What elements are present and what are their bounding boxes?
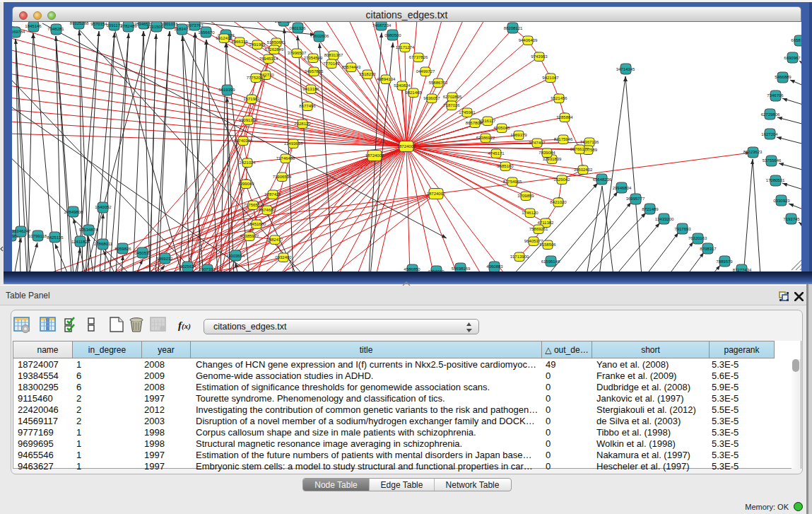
svg-text:88208121: 88208121 — [504, 26, 523, 30]
svg-text:82175946: 82175946 — [554, 137, 573, 141]
svg-text:60385977: 60385977 — [240, 234, 259, 238]
svg-text:1656670: 1656670 — [198, 30, 215, 35]
svg-text:53755646: 53755646 — [763, 158, 782, 163]
svg-text:3529042: 3529042 — [553, 177, 570, 182]
svg-text:3619399: 3619399 — [218, 88, 235, 92]
svg-text:9421047: 9421047 — [542, 76, 559, 80]
svg-text:7048281: 7048281 — [47, 27, 64, 31]
svg-text:1491905: 1491905 — [249, 42, 266, 47]
svg-text:55698169: 55698169 — [452, 267, 471, 271]
svg-text:43303654: 43303654 — [226, 254, 245, 258]
svg-text:74687234: 74687234 — [372, 23, 392, 28]
svg-text:9912419: 9912419 — [216, 36, 233, 40]
svg-text:1746120: 1746120 — [522, 211, 539, 215]
svg-text:37996507: 37996507 — [288, 51, 307, 55]
svg-text:71756551: 71756551 — [244, 203, 263, 207]
svg-text:7187026: 7187026 — [443, 103, 460, 107]
svg-text:1627204: 1627204 — [761, 132, 778, 136]
svg-text:93534874: 93534874 — [79, 228, 98, 232]
svg-text:5466889: 5466889 — [775, 75, 792, 79]
svg-text:26247317: 26247317 — [275, 22, 294, 23]
svg-text:76945314: 76945314 — [259, 57, 278, 61]
svg-text:9636057: 9636057 — [423, 96, 440, 100]
svg-text:18724007: 18724007 — [427, 192, 446, 196]
svg-text:4711382: 4711382 — [538, 221, 555, 225]
svg-text:57262849: 57262849 — [265, 47, 284, 52]
svg-text:5240824: 5240824 — [394, 83, 411, 88]
svg-text:1845146: 1845146 — [25, 24, 42, 28]
svg-text:8421020: 8421020 — [550, 200, 567, 204]
svg-text:8425135: 8425135 — [47, 235, 64, 240]
svg-text:3709859: 3709859 — [517, 194, 534, 198]
svg-text:9821465: 9821465 — [405, 90, 422, 95]
svg-text:99091334: 99091334 — [239, 118, 258, 122]
svg-text:f(x): f(x) — [178, 320, 191, 331]
svg-text:17080531: 17080531 — [766, 178, 785, 182]
svg-text:89325288: 89325288 — [70, 22, 89, 25]
svg-text:1969379: 1969379 — [510, 133, 527, 137]
svg-text:0450533: 0450533 — [134, 251, 151, 255]
svg-text:9413186: 9413186 — [302, 87, 319, 91]
svg-text:7839084: 7839084 — [539, 151, 555, 155]
svg-text:7193745: 7193745 — [783, 217, 800, 221]
svg-text:6658760: 6658760 — [791, 38, 801, 42]
svg-text:7770143: 7770143 — [323, 62, 340, 66]
svg-text:3482477: 3482477 — [266, 238, 283, 242]
svg-text:0801326: 0801326 — [289, 26, 306, 30]
svg-text:13171274: 13171274 — [396, 45, 415, 49]
svg-text:29946804: 29946804 — [613, 186, 632, 190]
svg-text:94406409: 94406409 — [519, 38, 538, 42]
svg-text:85574443: 85574443 — [342, 65, 361, 69]
svg-text:18724007: 18724007 — [397, 144, 416, 148]
svg-text:9973763: 9973763 — [187, 23, 204, 28]
svg-text:74367136: 74367136 — [580, 140, 599, 144]
svg-text:9521456: 9521456 — [551, 96, 567, 100]
svg-text:3747407: 3747407 — [529, 141, 546, 145]
svg-text:12411824: 12411824 — [71, 240, 90, 244]
svg-text:34957885: 34957885 — [305, 69, 324, 74]
svg-text:79740344: 79740344 — [234, 139, 253, 143]
svg-text:2421024: 2421024 — [239, 160, 256, 165]
svg-text:2787429: 2787429 — [264, 192, 281, 197]
svg-text:35346247: 35346247 — [12, 229, 31, 233]
svg-text:27849808: 27849808 — [64, 210, 83, 214]
svg-text:34714345: 34714345 — [616, 67, 635, 71]
svg-text:0330923: 0330923 — [773, 199, 790, 203]
svg-text:27354549: 27354549 — [304, 56, 323, 60]
svg-text:76320163: 76320163 — [688, 236, 707, 240]
svg-text:7917693: 7917693 — [674, 227, 691, 231]
svg-text:1745961: 1745961 — [459, 110, 476, 115]
svg-text:04499727: 04499727 — [416, 69, 435, 74]
svg-text:39502402: 39502402 — [574, 168, 593, 172]
svg-text:77752047: 77752047 — [247, 76, 266, 80]
svg-text:73602606: 73602606 — [310, 34, 329, 38]
svg-text:62729806: 62729806 — [761, 112, 780, 117]
svg-text:71746488: 71746488 — [276, 156, 295, 160]
svg-text:49894134: 49894134 — [377, 77, 396, 81]
svg-text:0980500: 0980500 — [384, 33, 401, 37]
svg-text:75869261: 75869261 — [529, 227, 548, 231]
svg-text:3285884: 3285884 — [556, 115, 573, 119]
svg-text:4060883: 4060883 — [486, 264, 503, 269]
svg-text:6025634: 6025634 — [180, 264, 196, 269]
svg-text:3518233: 3518233 — [359, 72, 376, 76]
svg-text:8059826: 8059826 — [114, 247, 131, 251]
svg-text:4966319: 4966319 — [231, 40, 248, 44]
svg-text:5158506: 5158506 — [539, 243, 556, 247]
svg-text:80831367: 80831367 — [324, 53, 343, 57]
svg-text:1671902: 1671902 — [243, 97, 260, 101]
svg-text:10799118: 10799118 — [28, 234, 47, 238]
svg-text:6690967: 6690967 — [784, 56, 801, 60]
svg-text:67737826: 67737826 — [409, 55, 428, 59]
svg-text:62386922: 62386922 — [476, 136, 495, 140]
svg-text:81754965: 81754965 — [503, 180, 522, 184]
svg-text:15451680: 15451680 — [247, 222, 266, 226]
svg-text:13493618: 13493618 — [284, 141, 303, 146]
svg-text:62702895: 62702895 — [443, 95, 462, 99]
svg-text:31713900: 31713900 — [510, 255, 529, 259]
svg-text:51850671: 51850671 — [267, 40, 286, 45]
svg-text:36995777: 36995777 — [626, 197, 645, 201]
svg-text:8677496: 8677496 — [299, 104, 316, 108]
svg-text:8708317: 8708317 — [700, 247, 717, 251]
svg-text:1399049: 1399049 — [237, 182, 254, 186]
